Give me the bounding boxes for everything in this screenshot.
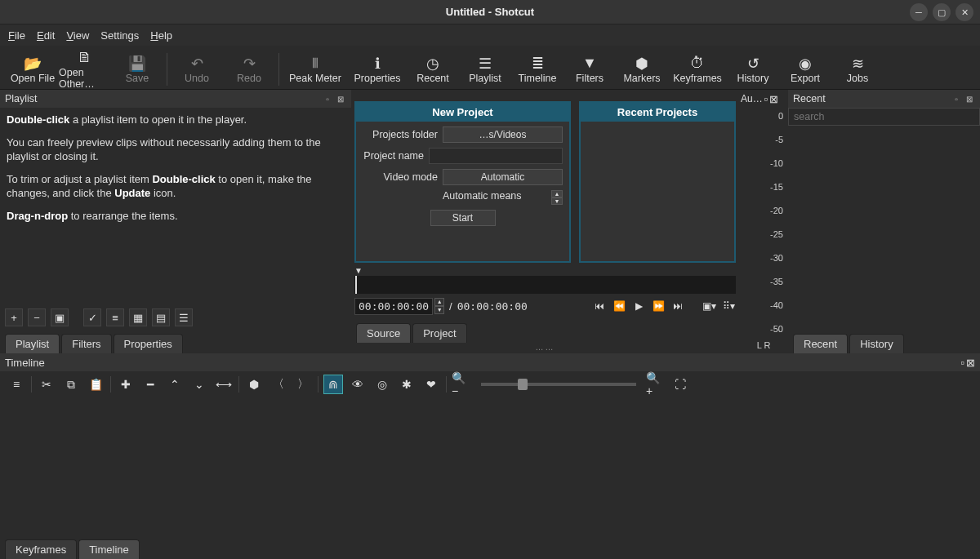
tab-project[interactable]: Project (412, 323, 466, 343)
start-button[interactable]: Start (430, 210, 496, 226)
timeline-panel-title: Timeline (5, 357, 45, 369)
playlist-view-list-button[interactable]: ≡ (106, 308, 124, 326)
tc-up-icon[interactable]: ▲ (434, 298, 444, 306)
panel-close-icon[interactable]: ⊠ (335, 93, 346, 104)
keyframes-button[interactable]: ⏱Keyframes (668, 49, 727, 90)
panel-close-icon[interactable]: ⊠ (964, 93, 975, 104)
projects-folder-button[interactable]: …s/Videos (443, 126, 563, 143)
ripple-icon[interactable]: ◎ (372, 375, 392, 394)
playlist-add-button[interactable]: + (5, 308, 23, 326)
save-button[interactable]: 💾Save (111, 49, 163, 90)
close-button[interactable]: ✕ (956, 3, 973, 21)
open-other-button[interactable]: 🗎Open Other… (59, 49, 111, 90)
prev-marker-icon[interactable]: 〈 (269, 375, 288, 394)
export-button[interactable]: ◉Export (779, 49, 831, 90)
timeline-button[interactable]: ≣Timeline (511, 49, 564, 90)
rewind-icon[interactable]: ⏪ (612, 299, 626, 313)
timeline-icon: ≣ (532, 55, 544, 73)
append-icon[interactable]: ✚ (116, 375, 136, 394)
recent-search-input[interactable] (788, 108, 980, 126)
grid-icon[interactable]: ⠿▾ (721, 299, 736, 313)
tab-keyframes[interactable]: Keyframes (5, 539, 77, 559)
peak-meter-button[interactable]: ⫴Peak Meter (283, 49, 348, 90)
redo-button[interactable]: ↷Redo (223, 49, 275, 90)
recent-button[interactable]: ◷Recent (407, 49, 459, 90)
panel-float-icon[interactable]: ▫ (960, 357, 964, 369)
panel-close-icon[interactable]: ⊠ (966, 357, 975, 369)
titlebar: Untitled - Shotcut ─ ▢ ✕ (0, 0, 980, 24)
play-icon[interactable]: ▶ (631, 299, 646, 313)
menu-edit[interactable]: Edit (37, 29, 55, 42)
timeline-tracks[interactable] (0, 397, 980, 536)
playlist-view-tiles-button[interactable]: ▦ (129, 308, 147, 326)
filters-button[interactable]: ▼Filters (564, 49, 616, 90)
minimize-button[interactable]: ─ (910, 3, 928, 21)
split-icon[interactable]: ⟷ (214, 375, 234, 394)
playlist-remove-button[interactable]: − (28, 308, 46, 326)
marker-add-icon[interactable]: ⬢ (244, 375, 264, 394)
undo-button[interactable]: ↶Undo (171, 49, 223, 90)
ripple-markers-icon[interactable]: ❤ (421, 375, 441, 394)
skip-end-icon[interactable]: ⏭ (670, 299, 685, 313)
maximize-button[interactable]: ▢ (933, 3, 951, 21)
toolbar-separator (278, 53, 279, 86)
menu-settings[interactable]: Settings (100, 29, 139, 42)
lift-icon[interactable]: ⌃ (165, 375, 185, 394)
project-name-input[interactable] (429, 148, 563, 164)
tab-recent[interactable]: Recent (793, 334, 848, 353)
hint-scroll-up-icon[interactable]: ▲ (551, 190, 563, 197)
menu-help[interactable]: Help (150, 29, 172, 42)
jobs-button[interactable]: ≋Jobs (831, 49, 884, 90)
paste-icon[interactable]: 📋 (86, 375, 105, 394)
panel-float-icon[interactable]: ▫ (322, 93, 333, 104)
info-icon: ℹ (375, 55, 381, 73)
skip-start-icon[interactable]: ⏮ (592, 299, 607, 313)
playlist-view-icons-button[interactable]: ▤ (152, 308, 170, 326)
snap-icon[interactable]: ⋒ (323, 375, 343, 394)
overwrite-icon[interactable]: ⌄ (189, 375, 209, 394)
zoom-handle[interactable] (518, 379, 528, 390)
remove-icon[interactable]: ━ (140, 375, 160, 394)
playlist-check-button[interactable]: ✓ (83, 308, 101, 326)
playlist-update-button[interactable]: ▣ (51, 308, 69, 326)
ripple-all-icon[interactable]: ✱ (397, 375, 416, 394)
timecode-sep: / (449, 300, 452, 313)
zoom-slider[interactable] (481, 383, 636, 386)
marker-handle-icon[interactable]: ▼ (351, 266, 739, 276)
tab-source[interactable]: Source (356, 323, 411, 343)
history-button[interactable]: ↺History (727, 49, 779, 90)
tc-down-icon[interactable]: ▼ (434, 306, 444, 314)
zoom-out-icon[interactable]: 🔍− (452, 375, 471, 394)
video-mode-select[interactable]: Automatic (443, 169, 563, 185)
menu-file[interactable]: File (8, 29, 25, 42)
playlist-button[interactable]: ☰Playlist (459, 49, 511, 90)
next-marker-icon[interactable]: 〉 (293, 375, 313, 394)
copy-icon[interactable]: ⧉ (61, 375, 81, 394)
tab-playlist[interactable]: Playlist (5, 334, 60, 353)
main-toolbar: 📂Open File 🗎Open Other… 💾Save ↶Undo ↷Red… (0, 46, 980, 90)
tab-history[interactable]: History (849, 334, 903, 353)
hint-scroll-down-icon[interactable]: ▼ (551, 197, 563, 205)
properties-button[interactable]: ℹProperties (348, 49, 407, 90)
zoom-fit-icon[interactable]: ▣▾ (702, 299, 716, 313)
open-file-button[interactable]: 📂Open File (7, 49, 59, 90)
timecode-current[interactable]: 00:00:00:00 (354, 298, 433, 315)
scrub-bar[interactable] (354, 276, 736, 294)
playlist-view-detail-button[interactable]: ☰ (175, 308, 193, 326)
resize-handle-icon[interactable]: …… (351, 343, 739, 353)
tab-filters[interactable]: Filters (61, 334, 111, 353)
menu-view[interactable]: View (66, 29, 89, 42)
scrub-audio-icon[interactable]: 👁 (348, 375, 368, 394)
panel-float-icon[interactable]: ▫ (951, 93, 962, 104)
markers-button[interactable]: ⬢Markers (616, 49, 668, 90)
cut-icon[interactable]: ✂ (37, 375, 56, 394)
panel-close-icon[interactable]: ⊠ (769, 93, 778, 105)
timeline-menu-icon[interactable]: ≡ (7, 375, 26, 394)
zoom-in-icon[interactable]: 🔍+ (646, 375, 666, 394)
fast-forward-icon[interactable]: ⏩ (651, 299, 666, 313)
tab-timeline[interactable]: Timeline (78, 539, 140, 559)
folder-open-icon: 📂 (24, 55, 42, 73)
tab-properties[interactable]: Properties (114, 334, 183, 353)
panel-float-icon[interactable]: ▫ (764, 93, 768, 105)
zoom-fit-timeline-icon[interactable]: ⛶ (670, 375, 690, 394)
